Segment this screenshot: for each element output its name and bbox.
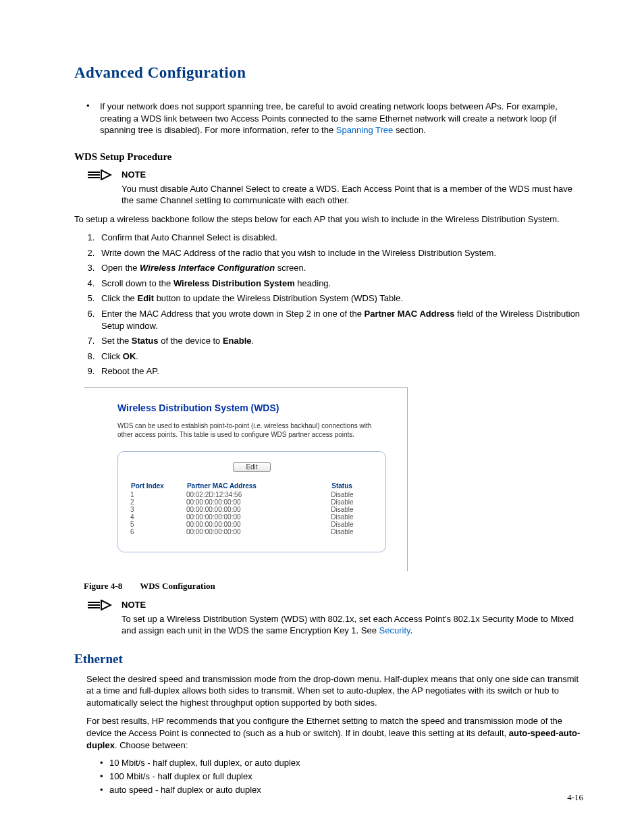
text: . Choose between: [115, 740, 188, 750]
setup-intro: To setup a wireless backbone follow the … [74, 213, 583, 226]
cell-status: Disable [331, 528, 373, 536]
cell-mac: 00:00:00:00:00:00 [186, 513, 331, 521]
note-label: NOTE [122, 600, 146, 610]
cell-mac: 00:00:00:00:00:00 [186, 528, 331, 536]
note-arrow-icon [86, 170, 113, 180]
th-port-index: Port Index [130, 481, 186, 491]
cell-status: Disable [331, 498, 373, 506]
text: screen. [275, 263, 306, 273]
note-text: You must disable Auto Channel Select to … [122, 183, 583, 207]
cell-mac: 00:00:00:00:00:00 [186, 521, 331, 528]
th-status: Status [331, 481, 373, 491]
ethernet-heading: Ethernet [74, 652, 583, 667]
text: Click the [101, 293, 137, 303]
svg-marker-3 [101, 170, 111, 180]
cell-status: Disable [331, 491, 373, 498]
note-block: NOTE You must disable Auto Channel Selec… [86, 170, 583, 207]
ethernet-paragraph: Select the desired speed and transmissio… [86, 673, 583, 709]
figure-description: WDS can be used to establish point-to-po… [117, 421, 388, 439]
cell-status: Disable [331, 506, 373, 513]
security-link[interactable]: Security [379, 625, 410, 635]
list-item: 100 Mbit/s - half duplex or full duplex [109, 771, 583, 781]
step-item: Click OK. [97, 350, 583, 363]
bullet-item: • If your network does not support spann… [86, 101, 583, 136]
cell-mac: 00:00:00:00:00:00 [186, 498, 331, 506]
wds-table: Port Index Partner MAC Address Status 10… [130, 481, 373, 536]
bullet-marker: • [86, 101, 100, 136]
edit-button[interactable]: Edit [233, 462, 270, 472]
table-row: 100:02:2D:12:34:56Disable [130, 491, 373, 498]
text-bold: Edit [137, 293, 154, 303]
steps-list: Confirm that Auto Channel Select is disa… [74, 232, 583, 377]
step-item: Reboot the AP. [97, 365, 583, 377]
text: Set the [101, 336, 132, 346]
cell-port: 3 [130, 506, 186, 513]
cell-port: 2 [130, 498, 186, 506]
step-item: Confirm that Auto Channel Select is disa… [97, 232, 583, 244]
cell-port: 5 [130, 521, 186, 528]
cell-port: 6 [130, 528, 186, 536]
text: Click [101, 351, 123, 361]
text: If your network does not support spannin… [100, 101, 558, 135]
figure-panel: Edit Port Index Partner MAC Address Stat… [117, 451, 386, 552]
th-partner-mac: Partner MAC Address [186, 481, 331, 491]
text: To set up a Wireless Distribution System… [122, 614, 574, 636]
step-item: Click the Edit button to update the Wire… [97, 292, 583, 305]
note-text: To set up a Wireless Distribution System… [122, 613, 583, 637]
list-item: auto speed - half duplex or auto duplex [109, 785, 583, 795]
wds-setup-heading: WDS Setup Procedure [74, 151, 583, 163]
cell-status: Disable [331, 521, 373, 528]
step-item: Set the Status of the device to Enable. [97, 335, 583, 347]
text: of the device to [159, 336, 223, 346]
figure-caption-title: WDS Configuration [140, 581, 215, 591]
table-row: 500:00:00:00:00:00Disable [130, 521, 373, 528]
text: For best results, HP recommends that you… [86, 716, 562, 738]
table-row: 300:00:00:00:00:00Disable [130, 506, 373, 513]
text-bold: Enable [223, 336, 252, 346]
text-bold: Status [132, 336, 159, 346]
table-row: 400:00:00:00:00:00Disable [130, 513, 373, 521]
step-item: Enter the MAC Address that you wrote dow… [97, 308, 583, 332]
text: button to update the Wireless Distributi… [154, 293, 403, 303]
step-item: Write down the MAC Address of the radio … [97, 247, 583, 259]
table-row: 200:00:00:00:00:00Disable [130, 498, 373, 506]
text-bold: OK [123, 351, 136, 361]
text: . [410, 625, 413, 635]
figure-number: Figure 4-8 [84, 581, 122, 591]
cell-status: Disable [331, 513, 373, 521]
note-arrow-icon [86, 600, 113, 610]
bullet-text: If your network does not support spannin… [100, 101, 583, 136]
step-item: Scroll down to the Wireless Distribution… [97, 278, 583, 290]
figure-title: Wireless Distribution System (WDS) [117, 402, 388, 413]
table-row: 600:00:00:00:00:00Disable [130, 528, 373, 536]
figure-caption: Figure 4-8WDS Configuration [84, 581, 583, 592]
note-block: NOTE To set up a Wireless Distribution S… [86, 600, 583, 637]
cell-port: 4 [130, 513, 186, 521]
list-item: 10 Mbit/s - half duplex, full duplex, or… [109, 758, 583, 768]
ethernet-options: 10 Mbit/s - half duplex, full duplex, or… [86, 758, 583, 795]
text-bold-italic: Wireless Interface Configuration [140, 263, 275, 273]
spanning-tree-link[interactable]: Spanning Tree [336, 125, 394, 135]
text: section. [393, 125, 425, 135]
page-title: Advanced Configuration [74, 64, 583, 82]
note-label: NOTE [122, 170, 146, 180]
ethernet-paragraph: For best results, HP recommends that you… [86, 715, 583, 751]
svg-marker-7 [101, 600, 111, 610]
cell-port: 1 [130, 491, 186, 498]
cell-mac: 00:02:2D:12:34:56 [186, 491, 331, 498]
text-bold: Partner MAC Address [365, 309, 455, 319]
text: Enter the MAC Address that you wrote dow… [101, 309, 365, 319]
wds-figure: Wireless Distribution System (WDS) WDS c… [84, 387, 408, 571]
text-bold: Wireless Distribution System [173, 278, 295, 288]
text: Open the [101, 263, 140, 273]
text: . [136, 351, 138, 361]
text: Scroll down to the [101, 278, 173, 288]
page-number: 4-16 [567, 792, 583, 803]
step-item: Open the Wireless Interface Configuratio… [97, 262, 583, 274]
text: . [252, 336, 254, 346]
text: heading. [295, 278, 331, 288]
cell-mac: 00:00:00:00:00:00 [186, 506, 331, 513]
